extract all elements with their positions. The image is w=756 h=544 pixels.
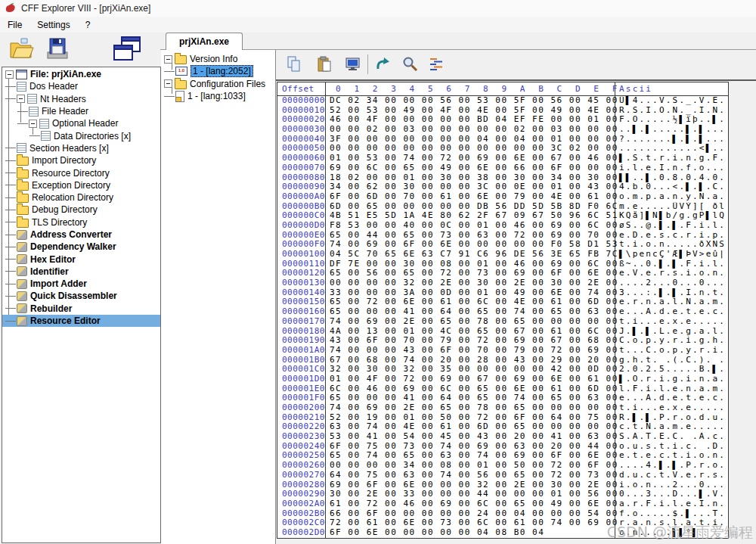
hex-ascii-cell[interactable]: ....4.▌.▌.P.r.o. [615,461,728,471]
hex-ascii-cell[interactable]: S.A.T.E.C. .A.c. [615,432,728,442]
hex-ascii-cell[interactable]: Ü▌4...V.S._.V.E. [615,96,728,106]
hex-ascii-cell[interactable]: ............<▌.. [615,144,728,154]
hex-ascii-cell[interactable]: 4.b.0...<.▌.▌.C. [615,182,728,192]
resource-tree-item[interactable]: 1 - [lang:1033] [161,90,275,102]
file-tree-item[interactable]: Nt Headers [2,93,160,105]
file-tree-item[interactable]: Dependency Walker [2,241,160,253]
hex-row[interactable]: 0000006001 00 53 00 74 00 72 00 69 00 6E… [277,154,728,163]
hex-row[interactable]: 000000D0F8 53 00 00 40 00 0C 00 01 00 46… [277,221,728,231]
hex-row[interactable]: 0000017074 00 69 00 2E 00 65 00 78 00 65… [277,317,728,327]
file-tree-item[interactable]: Identifier [2,266,160,278]
hex-ascii-cell[interactable]: ▌\pencÇ'Æ▌ÞV>eû| [615,250,728,260]
collapse-toggle-icon[interactable] [164,79,172,88]
hex-ascii-cell[interactable]: d.u.c.t.V.e.r.s. [615,471,728,480]
hex-bytes-cell[interactable]: 69 00 6C 00 65 00 49 00 6E 00 66 00 6F 0… [326,163,615,173]
hex-ascii-cell[interactable]: C.o.p.y.r.i.g.h. [615,336,728,346]
document-tab[interactable]: prjXiAn.exe [166,33,243,50]
hex-ascii-cell[interactable]: ▌▌..▌.0.8.0.4.0. [615,173,728,183]
menu-file[interactable]: File [0,18,29,32]
hex-bytes-cell[interactable]: 74 00 69 00 2E 00 65 00 78 00 65 00 00 0… [326,317,615,327]
file-tree-item[interactable]: Address Converter [2,228,160,241]
hex-row[interactable]: 000000A06F 00 6D 00 70 00 61 00 6E 00 79… [277,192,728,202]
panel-separator[interactable] [275,50,276,544]
hex-bytes-cell[interactable]: 65 00 00 00 41 00 64 00 65 00 74 00 65 0… [326,307,615,317]
hex-ascii-cell[interactable]: i.l.e.I.n.f.o... [615,163,728,173]
file-tree-item[interactable]: Resource Editor [2,315,160,327]
hex-ascii-cell[interactable]: R.▌.▌.P.r.o.d.u. [615,413,728,423]
menu-help[interactable]: ? [78,18,98,32]
hex-ascii-cell[interactable]: o.u.s.t.i.c. .D. [615,442,728,452]
hex-ascii-cell[interactable]: R.S.I.O.N._.I.N. [615,106,728,116]
hex-ascii-cell[interactable]: e.D.e.s.c.r.i.p. [615,231,728,241]
hex-row[interactable]: 0000007069 00 6C 00 65 00 49 00 6E 00 66… [277,163,728,173]
hex-ascii-cell[interactable]: t.i...e.x.e..... [615,317,728,327]
hex-bytes-cell[interactable]: 00 00 00 00 34 00 08 00 01 00 50 00 72 0… [326,461,615,471]
hex-row[interactable]: 0000013000 00 00 00 32 00 2E 00 30 00 2E… [277,278,728,288]
hex-row[interactable]: 0000019043 00 6F 00 70 00 79 00 72 00 69… [277,336,728,346]
hex-row[interactable]: 0000020074 00 69 00 2E 00 65 00 78 00 65… [277,403,728,413]
copy-icon[interactable] [286,56,302,73]
hex-bytes-cell[interactable]: 01 00 53 00 74 00 72 00 69 00 6E 00 67 0… [326,154,615,163]
paste-view-icon[interactable] [345,56,361,73]
hex-ascii-cell[interactable]: e.t.e.c.t.i.o.n. [615,451,728,461]
file-tree-item[interactable]: File Header [2,105,160,117]
hex-bytes-cell[interactable]: 6F 00 6E 00 00 00 00 00 04 08 B0 04 [326,528,615,538]
hex-ascii-cell[interactable]: ▌.S.t.r.i.n.g.F. [615,154,728,163]
hex-ascii-cell[interactable]: i.o.n...2...0... [615,480,728,490]
hex-bytes-cell[interactable]: 30 00 2E 00 33 00 00 00 44 00 00 00 01 0… [326,490,615,499]
jump-icon[interactable] [375,56,392,73]
hex-row[interactable]: 0000026000 00 00 00 34 00 08 00 01 00 50… [277,461,728,471]
hex-ascii-cell[interactable]: 0...3...D...▌.V. [615,490,728,499]
hex-bytes-cell[interactable]: F8 53 00 00 40 00 0C 00 01 00 46 00 69 0… [326,221,615,231]
save-file-icon[interactable] [44,36,71,63]
hex-ascii-cell[interactable]: 2.0.2.5.....B.▌. [615,365,728,375]
hex-row[interactable]: 000002A061 00 72 00 46 00 69 00 6C 00 65… [277,499,728,509]
hex-ascii-cell[interactable]: KQå]▌N▌b/g.gP▌lQ [615,211,728,221]
hex-ascii-cell[interactable]: J.▌.▌.L.e.g.a.l. [615,327,728,337]
hex-bytes-cell[interactable]: DC 02 34 00 00 00 56 00 53 00 5F 00 56 0… [326,96,615,106]
collapse-toggle-icon[interactable] [17,95,25,103]
file-tree-item[interactable]: Relocation Directory [2,191,160,204]
hex-ascii-cell[interactable]: 3...:.▌.▌.I.n.t. [615,288,728,298]
hex-ascii-cell[interactable]: ....2...0...0... [615,278,728,288]
hex-row[interactable]: 0000010004 5C 70 65 6E 63 C7 91 C6 96 DE… [277,250,728,260]
collapse-toggle-icon[interactable] [5,70,14,79]
file-tree-item[interactable]: Hex Editor [2,253,160,265]
hex-row[interactable]: 0000027064 00 75 00 63 00 74 00 56 00 65… [277,471,728,480]
hex-row[interactable]: 00000000DC 02 34 00 00 00 56 00 53 00 5F… [277,96,728,106]
hex-row[interactable]: 000001A074 00 00 00 43 00 6F 00 70 00 79… [277,346,728,356]
hex-bytes-cell[interactable]: 53 00 41 00 54 00 45 00 43 00 20 00 41 0… [326,432,615,442]
hex-ascii-cell[interactable]: e.r.n.a.l.N.a.m. [615,297,728,307]
hex-bytes-cell[interactable]: 01 00 4F 00 72 00 69 00 67 00 69 00 6E 0… [326,375,615,384]
menu-settings[interactable]: Settings [29,18,77,32]
file-tree-item[interactable]: Import Directory [2,154,160,166]
hex-ascii-cell[interactable]: ?.......▌.▌.▌... [615,135,728,145]
file-tree-item[interactable]: Data Directories [x] [2,129,160,141]
hex-ascii-cell[interactable]: e...A.d.e.t.e.c. [615,307,728,317]
hex-ascii-cell[interactable]: ..▌.▌.....▌.▌... [615,125,728,135]
hex-bytes-cell[interactable]: 61 00 72 00 46 00 69 00 6C 00 65 00 49 0… [326,499,615,509]
hex-ascii-cell[interactable]: t.i.o.n.....ðXÑS [615,240,728,250]
cascade-windows-icon[interactable] [112,36,142,64]
offset-list-icon[interactable] [428,56,445,73]
hex-ascii-cell[interactable]: t...C.o.p.y.r.i. [615,346,728,356]
hex-bytes-cell[interactable]: 74 00 00 00 43 00 6F 00 70 00 79 00 72 0… [326,346,615,356]
paste-icon[interactable] [316,56,333,73]
hex-ascii-cell[interactable]: ß~..0.▌.▌.F.i.l. [615,260,728,269]
hex-ascii-cell[interactable]: g.h.t. .(.C.). . [615,356,728,365]
hex-bytes-cell[interactable]: 74 00 69 00 2E 00 65 00 78 00 65 00 00 0… [326,403,615,413]
hex-ascii-cell[interactable]: øS..@.▌.▌.F.i.l. [615,221,728,231]
file-tree-item[interactable]: Optional Header [2,117,160,129]
file-tree-item[interactable]: Quick Disassembler [2,290,160,302]
hex-ascii-cell[interactable]: ▌.O.r.i.g.i.n.a. [615,375,728,384]
hex-row[interactable]: 000001D001 00 4F 00 72 00 69 00 67 00 69… [277,375,728,384]
file-tree-item[interactable]: Resource Directory [2,166,160,179]
file-tree-item[interactable]: Rebuilder [2,303,160,315]
hex-bytes-cell[interactable]: 64 00 75 00 63 00 74 00 56 00 65 00 72 0… [326,471,615,480]
hex-row[interactable]: 0000003000 00 02 00 03 00 00 00 00 00 02… [277,125,728,135]
file-tree-item[interactable]: Exception Directory [2,179,160,191]
file-tree-item[interactable]: Section Headers [x] [2,142,160,154]
hex-bytes-cell[interactable]: 43 00 6F 00 70 00 79 00 72 00 69 00 67 0… [326,336,615,346]
hex-ascii-cell[interactable]: m.e.....ÛVÝ][ ðl [615,202,728,212]
hex-bytes-cell[interactable]: 04 5C 70 65 6E 63 C7 91 C6 96 DE 56 3E 6… [326,250,615,260]
